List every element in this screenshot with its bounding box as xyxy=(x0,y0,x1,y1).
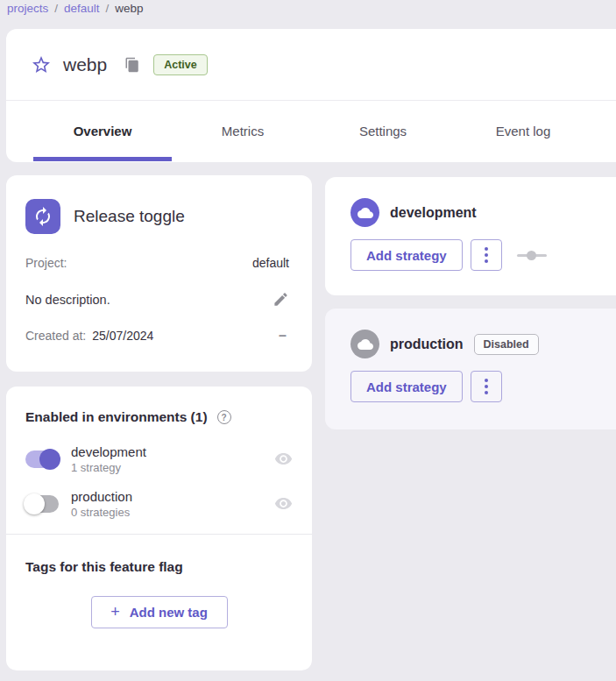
environment-panel-name: development xyxy=(390,205,477,221)
feature-title-row: webp Active xyxy=(6,29,616,101)
environment-row-production: production 0 strategies xyxy=(25,489,293,519)
collapse-details-button[interactable]: – xyxy=(276,329,289,343)
created-label: Created at: xyxy=(25,329,86,343)
project-row: Project: default xyxy=(25,256,289,270)
breadcrumb-current: webp xyxy=(115,2,143,15)
description-row: No description. xyxy=(25,291,289,308)
edit-description-icon[interactable] xyxy=(273,291,289,308)
more-options-button[interactable] xyxy=(471,239,502,271)
created-value: 25/07/2024 xyxy=(92,329,153,343)
development-toggle[interactable] xyxy=(25,450,59,468)
created-row: Created at: 25/07/2024 – xyxy=(25,329,289,343)
production-toggle[interactable] xyxy=(25,495,59,513)
active-tab-indicator xyxy=(33,157,172,161)
add-new-tag-label: Add new tag xyxy=(130,605,208,620)
environments-title: Enabled in environments (1) xyxy=(25,409,208,425)
plus-icon: + xyxy=(110,603,120,621)
environment-strategy-count: 0 strategies xyxy=(71,506,132,519)
environment-name: production xyxy=(71,489,132,504)
kebab-dot xyxy=(485,247,488,251)
project-label: Project: xyxy=(25,256,67,270)
breadcrumb-separator: / xyxy=(106,2,110,15)
development-environment-panel: development Add strategy xyxy=(325,177,616,295)
kebab-dot xyxy=(485,385,488,388)
add-strategy-button[interactable]: Add strategy xyxy=(350,239,463,271)
cloud-environment-icon xyxy=(350,198,379,227)
feature-type-label: Release toggle xyxy=(74,207,185,226)
kebab-dot xyxy=(485,253,488,257)
feature-type-row: Release toggle xyxy=(25,199,289,234)
add-new-tag-button[interactable]: + Add new tag xyxy=(91,596,228,628)
favorite-star-icon[interactable] xyxy=(31,54,52,75)
eye-icon[interactable] xyxy=(274,497,293,511)
breadcrumb-separator: / xyxy=(54,2,58,15)
eye-icon[interactable] xyxy=(274,452,293,466)
environment-strategy-count: 1 strategy xyxy=(71,461,146,474)
tab-metrics[interactable]: Metrics xyxy=(173,101,313,161)
kebab-dot xyxy=(485,391,488,394)
add-strategy-button[interactable]: Add strategy xyxy=(350,371,463,402)
breadcrumb-default-link[interactable]: default xyxy=(64,2,100,15)
breadcrumb: projects / default / webp xyxy=(7,2,144,15)
tab-overview[interactable]: Overview xyxy=(32,101,173,161)
tab-event-log[interactable]: Event log xyxy=(453,101,593,161)
project-value: default xyxy=(252,256,289,270)
environment-panel-name: production xyxy=(390,337,464,352)
kebab-dot xyxy=(485,379,488,382)
feature-header-card: webp Active Overview Metrics Settings Ev… xyxy=(6,29,616,162)
environment-name: development xyxy=(71,444,146,459)
breadcrumb-projects-link[interactable]: projects xyxy=(7,2,48,15)
environments-card: Enabled in environments (1) ? developmen… xyxy=(6,387,312,670)
status-badge: Active xyxy=(153,54,208,75)
help-icon[interactable]: ? xyxy=(217,410,231,424)
tab-bar: Overview Metrics Settings Event log xyxy=(6,101,616,161)
kebab-dot xyxy=(485,259,488,263)
feature-details-card: Release toggle Project: default No descr… xyxy=(6,175,312,372)
tags-title: Tags for this feature flag xyxy=(25,559,293,575)
page-title: webp xyxy=(63,54,107,75)
environment-row-development: development 1 strategy xyxy=(25,444,293,474)
copy-name-icon[interactable] xyxy=(124,57,140,73)
environments-section: Enabled in environments (1) ? developmen… xyxy=(6,387,312,519)
cloud-environment-icon xyxy=(350,330,379,358)
production-environment-panel: production Disabled Add strategy xyxy=(325,309,616,429)
tags-section: Tags for this feature flag + Add new tag xyxy=(6,535,312,628)
disabled-badge: Disabled xyxy=(474,334,539,355)
more-options-button[interactable] xyxy=(471,371,502,402)
drag-handle-icon xyxy=(517,250,547,260)
description-text: No description. xyxy=(25,293,110,307)
release-toggle-icon xyxy=(25,199,60,234)
tab-settings[interactable]: Settings xyxy=(313,101,453,161)
